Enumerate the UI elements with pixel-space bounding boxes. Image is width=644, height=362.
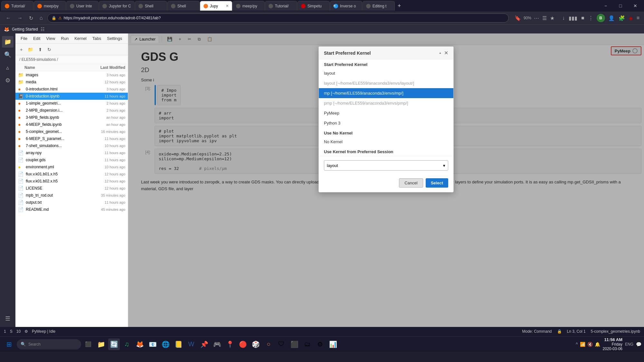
cancel-button[interactable]: Cancel — [399, 178, 423, 188]
new-tab-button[interactable]: + — [395, 3, 404, 9]
tab-user[interactable]: User Inte — [66, 1, 99, 11]
new-file-button[interactable]: + — [18, 46, 24, 53]
taskbar-app4-icon[interactable]: 🎲 — [250, 339, 261, 350]
list-item[interactable]: ● 6-MEEP_S_paramet... 11 hours ago — [15, 135, 128, 142]
taskbar-powerpoint-icon[interactable]: 📊 — [327, 339, 339, 350]
kernel-item-layout[interactable]: layout — [319, 68, 453, 78]
volume-icon[interactable]: 🔇 — [587, 342, 593, 347]
new-folder-button[interactable]: 📁 — [26, 46, 35, 53]
list-item[interactable]: 📄 flux.v.k01.b01.x.h5 12 hours ago — [15, 171, 128, 178]
profile-button[interactable]: B — [597, 14, 605, 22]
taskbar-jupyter-icon[interactable]: 🔄 — [108, 339, 120, 350]
menu-settings[interactable]: Settings — [104, 35, 125, 42]
notification-icon[interactable]: 🔔 — [595, 342, 600, 347]
menu-edit[interactable]: Edit — [31, 35, 43, 42]
list-item-selected[interactable]: 📓 0-introduction.ipynb 11 hours ago — [15, 93, 128, 100]
sidebar-search-icon[interactable]: 🔍 — [2, 49, 14, 60]
taskbar-app2-icon[interactable]: 🎮 — [211, 339, 223, 350]
list-item[interactable]: 📁 media 12 hours ago — [15, 79, 128, 86]
menu-tabs[interactable]: Tabs — [90, 35, 104, 42]
network-icon[interactable]: 📶 — [580, 342, 585, 347]
extension-icon[interactable]: 🧩 — [618, 14, 626, 22]
kernel-item-layout-full[interactable]: layout [~/home/ELE559/anaconda3/envs/lay… — [319, 78, 453, 88]
taskbar-explorer-icon[interactable]: 📁 — [95, 339, 107, 350]
taskbar-firefox-icon[interactable]: 🦊 — [134, 339, 146, 350]
list-item[interactable]: 📁 images 3 hours ago — [15, 71, 128, 79]
split-icon[interactable]: ■ — [581, 14, 585, 22]
select-button[interactable]: Select — [426, 178, 448, 188]
bookmark-icon[interactable]: 🔖 — [514, 14, 522, 22]
tab-meep1[interactable]: meep/py — [34, 1, 66, 11]
refresh-button[interactable]: ↻ — [27, 14, 35, 22]
profile2-icon[interactable]: 👤 — [608, 14, 615, 22]
taskbar-edge-icon[interactable]: 🌐 — [160, 339, 171, 350]
tab-close-btn[interactable]: ✕ — [226, 4, 229, 8]
download-icon[interactable]: ↓ — [562, 14, 565, 22]
system-clock[interactable]: 11:56 AM Friday 2020-03-06 — [603, 337, 622, 351]
forward-button[interactable]: → — [15, 14, 24, 22]
shield-icon[interactable]: ◈ — [628, 14, 633, 22]
taskview-icon[interactable]: ⬛ — [82, 339, 94, 350]
dialog-close-button[interactable]: ✕ — [444, 50, 448, 56]
home-button[interactable]: ⌂ — [38, 14, 45, 22]
tab-tutorial1[interactable]: Tutorial/ — [1, 1, 33, 11]
kernel-item-pmp[interactable]: pmp [~/home/ELE559/anaconda3/envs/pmp/] — [319, 98, 453, 108]
tab-jupyter-c[interactable]: Jupyter for C — [99, 1, 135, 11]
tray-chevron-icon[interactable]: ^ — [576, 342, 578, 347]
kernel-item-no-kernel[interactable]: No Kernel — [319, 137, 453, 147]
list-item[interactable]: 📄 array.npy 11 hours ago — [15, 149, 128, 156]
list-item[interactable]: ● 3-MPB_fields.ipynb an hour ago — [15, 114, 128, 121]
list-item[interactable]: 📄 output.txt 11 hours ago — [15, 199, 128, 206]
list-item[interactable]: ● environment.yml 10 hours ago — [15, 163, 128, 171]
taskbar-app7-icon[interactable]: 🗂 — [301, 339, 313, 350]
menu-kernel[interactable]: Kernel — [72, 35, 89, 42]
list-item[interactable]: ● 5-complex_geomet... 16 minutes ago — [15, 128, 128, 135]
start-button[interactable]: ⊞ — [3, 338, 15, 351]
list-item[interactable]: ● 7-shell_simulations... 10 hours ago — [15, 142, 128, 149]
maximize-button[interactable]: □ — [613, 1, 628, 11]
list-item[interactable]: 📄 README.md 45 minutes ago — [15, 206, 128, 213]
sidebar-git-icon[interactable]: ▵ — [2, 62, 14, 73]
list-item[interactable]: ● 1-simple_geometri... 2 hours ago — [15, 100, 128, 107]
list-item[interactable]: ● 2-MPB_dispersion.i... 2 hours ago — [15, 107, 128, 114]
kernel-item-mp[interactable]: mp [~/home/ELE559/anaconda3/envs/mp/] — [319, 88, 453, 98]
more-icon[interactable]: ⋯ — [533, 14, 540, 22]
menu-icon[interactable]: ≡ — [636, 14, 640, 22]
list-item[interactable]: ● 4-MEEP_fields.ipynb an hour ago — [15, 121, 128, 128]
kernel-item-pymeep[interactable]: PyMeep — [319, 108, 453, 118]
tab-jupyter-active[interactable]: Jupy ✕ — [200, 1, 232, 11]
status-settings-icon[interactable]: ⚙ — [24, 329, 28, 334]
tab-tutorial2[interactable]: Tutorial/ — [265, 1, 297, 11]
grid-icon[interactable]: ⋮ — [588, 14, 594, 22]
kernel-session-dropdown[interactable]: layout ▾ — [324, 160, 448, 171]
taskbar-app1-icon[interactable]: 📌 — [198, 339, 210, 350]
taskbar-search[interactable]: 🔍 Search — [17, 339, 81, 349]
menu-file[interactable]: File — [18, 35, 30, 42]
taskbar-settings-icon[interactable]: ⚙ — [314, 339, 326, 350]
dialog-scroll-area[interactable]: Start Preferred Kernel layout layout [~/… — [319, 60, 453, 156]
notifications-panel-icon[interactable]: 💬 — [636, 342, 641, 347]
back-button[interactable]: ← — [4, 14, 13, 22]
list-item[interactable]: 📄 LICENSE 12 hours ago — [15, 185, 128, 192]
tab-shell1[interactable]: Shell — [135, 1, 167, 11]
sidebar-files-icon[interactable]: 📁 — [2, 36, 14, 48]
sidebar-commands-icon[interactable]: ⚙ — [2, 75, 14, 86]
taskbar-onenote-icon[interactable]: 📒 — [173, 339, 184, 350]
taskbar-app3-icon[interactable]: 🔴 — [237, 339, 249, 350]
taskbar-maps-icon[interactable]: 📍 — [224, 339, 236, 350]
tab-editing[interactable]: Editing t — [363, 1, 395, 11]
scroll-up-icon[interactable]: ▲ — [439, 51, 441, 54]
close-button[interactable]: ✕ — [628, 1, 643, 11]
upload-button[interactable]: ⬆ — [36, 46, 44, 53]
tab-shell2[interactable]: Shell — [167, 1, 200, 11]
tab-inverse[interactable]: n Inverse o — [330, 1, 362, 11]
menu-run[interactable]: Run — [58, 35, 71, 42]
taskbar-word-icon[interactable]: W — [185, 339, 197, 350]
lang-indicator[interactable]: ENG — [625, 342, 633, 347]
reading-list-icon[interactable]: ☰ — [542, 14, 547, 22]
tab-simpetu[interactable]: Simpetu — [298, 1, 330, 11]
list-item[interactable]: 📄 mpb_tri_rod.out 35 minutes ago — [15, 192, 128, 199]
refresh-files-button[interactable]: ↻ — [45, 46, 53, 53]
tab-meep2[interactable]: meep/py — [232, 1, 265, 11]
menu-view[interactable]: View — [43, 35, 58, 42]
